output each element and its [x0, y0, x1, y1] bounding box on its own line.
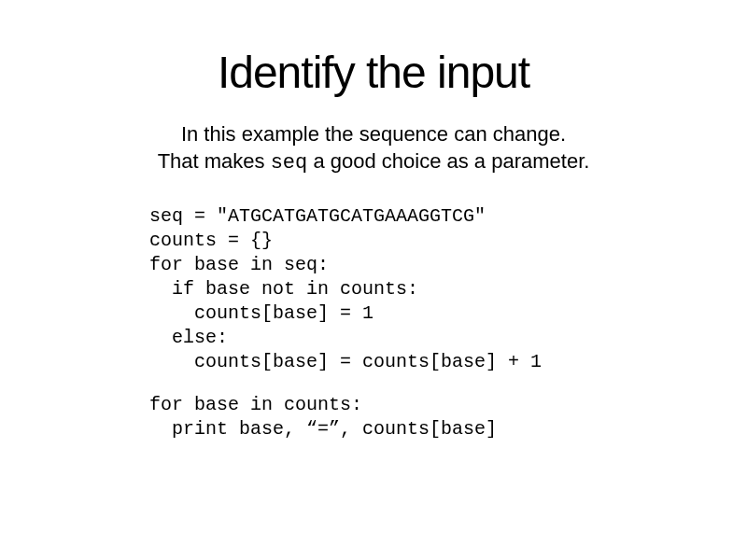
description-line2-prefix: That makes: [158, 149, 271, 173]
inline-code-seq: seq: [271, 151, 308, 175]
code-gap: [56, 374, 691, 393]
description-line1: In this example the sequence can change.: [181, 122, 566, 146]
description-line2-suffix: a good choice as a parameter.: [307, 149, 589, 173]
code-block-main: seq = "ATGCATGATGCATGAAAGGTCG" counts = …: [149, 204, 691, 374]
code-block-print: for base in counts: print base, “=”, cou…: [149, 393, 691, 441]
slide-description: In this example the sequence can change.…: [56, 121, 691, 176]
slide-title: Identify the input: [56, 47, 691, 98]
